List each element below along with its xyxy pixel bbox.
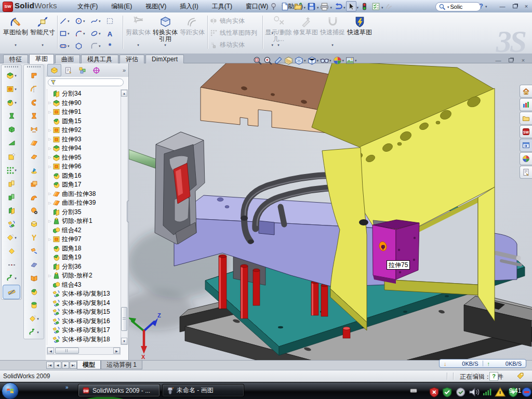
taskbar-task[interactable]: 未命名 - 画图 bbox=[162, 384, 244, 397]
sketch-tool-textA[interactable]: A bbox=[106, 30, 122, 37]
taskpane-view-palette[interactable] bbox=[520, 139, 532, 152]
zoom-to-fit-icon[interactable] bbox=[253, 56, 262, 65]
toolbar-button-diamondY[interactable] bbox=[2, 244, 21, 258]
tree-item[interactable]: ▷切除-放样2 bbox=[47, 271, 121, 281]
feature-manager-tab[interactable] bbox=[47, 64, 61, 76]
sheet-tab-运动算例 1[interactable]: 运动算例 1 bbox=[101, 361, 142, 369]
toolbar-button-fillet[interactable]: ▾ bbox=[2, 96, 21, 109]
sketch-tool-rect[interactable]: ▾ bbox=[59, 30, 75, 37]
toolbar-button-sheetO[interactable] bbox=[24, 150, 44, 163]
toolbar-button-openbox[interactable] bbox=[24, 217, 44, 231]
toolbar-button-measure[interactable] bbox=[3, 285, 20, 299]
sketch-tool-sfillet[interactable]: ▾ bbox=[90, 42, 106, 50]
scroll-up-icon[interactable]: ▲ bbox=[121, 90, 127, 97]
toolbar-button-wedge[interactable] bbox=[2, 136, 21, 150]
network-speed-widget[interactable]: ↓0KB/S ↑0KB/S bbox=[439, 359, 526, 368]
dropdown-arrow-icon[interactable]: ▾ bbox=[330, 2, 332, 11]
menu-item[interactable]: 插入(I) bbox=[173, 0, 205, 12]
sheet-tab-模型[interactable]: 模型 bbox=[77, 361, 101, 369]
tray-update[interactable] bbox=[455, 387, 466, 397]
toolbar-button-bowtie[interactable] bbox=[24, 123, 44, 136]
tree-item[interactable]: 实体-移动/复制14 bbox=[47, 299, 121, 308]
property-manager-tab[interactable] bbox=[61, 64, 75, 76]
taskpane-home[interactable] bbox=[520, 85, 532, 98]
tree-item[interactable]: 分割34 bbox=[47, 89, 121, 99]
tree-filter[interactable] bbox=[48, 78, 124, 86]
toolbar-button-diamondS[interactable]: ▾ bbox=[24, 312, 44, 325]
tab-评估[interactable]: 评估 bbox=[119, 55, 144, 64]
toolbar-button-wishbone[interactable] bbox=[24, 231, 44, 244]
toolbar-button-dashline[interactable] bbox=[2, 258, 21, 271]
tree-item[interactable]: ▷拉伸96 bbox=[47, 162, 121, 171]
close-button[interactable]: × bbox=[521, 3, 531, 10]
expand-arrow-icon[interactable]: ▷ bbox=[47, 147, 52, 151]
toolbar-button-sheetB[interactable] bbox=[24, 258, 44, 271]
tree-item[interactable]: 圆角16 bbox=[47, 171, 121, 181]
toolbar-button-dots[interactable]: ▾ bbox=[2, 163, 21, 177]
tree-item[interactable]: 分割35 bbox=[47, 208, 121, 217]
view-orientation-icon[interactable]: ▾ bbox=[308, 56, 319, 65]
tree-item[interactable]: 圆角19 bbox=[47, 253, 121, 262]
toolbar-button-cubeG[interactable] bbox=[2, 123, 21, 136]
apply-scene-icon[interactable]: ▾ bbox=[345, 56, 357, 65]
toolbar-button-elbowC[interactable] bbox=[24, 96, 44, 109]
tab-DimXpert[interactable]: DimXpert bbox=[145, 55, 184, 64]
expand-arrow-icon[interactable]: ▷ bbox=[47, 201, 52, 205]
expand-arrow-icon[interactable]: ▷ bbox=[47, 274, 52, 278]
sketch-tool-polygon[interactable] bbox=[75, 42, 90, 50]
toolbar-button-bookO[interactable] bbox=[24, 271, 44, 285]
dropdown-arrow-icon[interactable]: ▾ bbox=[317, 2, 319, 11]
tree-item[interactable]: ▷切除-放样1 bbox=[47, 217, 121, 226]
sketch-tool-slot[interactable]: ▾ bbox=[59, 42, 75, 50]
edit-appearance-icon[interactable]: ▾ bbox=[333, 56, 344, 65]
viewport-restore-button[interactable] bbox=[505, 57, 516, 64]
toolbar-button-surf[interactable] bbox=[24, 136, 44, 150]
expand-arrow-icon[interactable]: ▷ bbox=[47, 128, 52, 132]
taskpane-design-library[interactable] bbox=[520, 98, 532, 111]
toolbar-button-squiggle[interactable]: ▾ bbox=[2, 271, 21, 285]
toolbar-button-squiggle[interactable]: ▾ bbox=[24, 325, 44, 339]
tree-item[interactable]: ▷拉伸90 bbox=[47, 99, 121, 108]
sheet-nav-button[interactable]: |◀ bbox=[46, 362, 54, 369]
expand-arrow-icon[interactable]: ▷ bbox=[47, 137, 52, 141]
toolbar-button-boot[interactable] bbox=[2, 109, 21, 123]
hide-show-items-icon[interactable]: ▾ bbox=[320, 56, 331, 65]
sketch-tool-circle[interactable]: ▾ bbox=[75, 17, 90, 25]
expand-arrow-icon[interactable]: ▷ bbox=[47, 165, 52, 169]
ribbon-button-sketchpencil[interactable]: 草图绘制▾ bbox=[2, 14, 29, 52]
tray-antivirus[interactable] bbox=[442, 387, 453, 397]
dropdown-arrow-icon[interactable]: ▾ bbox=[304, 2, 306, 11]
new-document-icon[interactable] bbox=[280, 1, 290, 11]
toolbar-button-elbowO[interactable] bbox=[24, 190, 44, 204]
tree-horizontal-scrollbar[interactable]: ◀ ▶ bbox=[47, 347, 121, 355]
status-help-icon[interactable]: ? bbox=[489, 372, 498, 381]
sketch-tool-ellipse[interactable]: ▾ bbox=[90, 30, 106, 37]
expand-arrow-icon[interactable]: ▷ bbox=[47, 101, 52, 105]
pin-icon[interactable] bbox=[268, 1, 278, 11]
tree-item[interactable]: ▷曲面-拉伸38 bbox=[47, 190, 121, 199]
toolbar-button-movecopy[interactable] bbox=[2, 217, 21, 231]
quick-launch-overflow[interactable]: » bbox=[65, 384, 69, 390]
expand-arrow-icon[interactable]: ▷ bbox=[47, 110, 52, 114]
view-settings-icon[interactable] bbox=[284, 56, 293, 65]
sketch-tool-point[interactable]: * bbox=[106, 42, 122, 50]
tray-blocked[interactable] bbox=[521, 387, 532, 397]
scroll-down-icon[interactable]: ▼ bbox=[121, 338, 127, 344]
menu-item[interactable]: 工具(T) bbox=[205, 0, 239, 12]
toolbar-button-stackO[interactable] bbox=[24, 177, 44, 190]
tree-item[interactable]: 实体-移动/复制16 bbox=[47, 317, 121, 326]
undo-icon[interactable] bbox=[332, 1, 343, 11]
section-view-icon[interactable] bbox=[274, 56, 283, 65]
tree-item[interactable]: ▷拉伸92 bbox=[47, 126, 121, 135]
zoom-to-area-icon[interactable] bbox=[263, 56, 272, 65]
tree-item[interactable]: ▷拉伸91 bbox=[47, 108, 121, 117]
sheet-nav-button[interactable]: ▶| bbox=[70, 362, 77, 369]
taskpane-custom-properties[interactable] bbox=[520, 166, 532, 179]
options-icon[interactable] bbox=[370, 1, 381, 11]
display-style-icon[interactable]: ▾ bbox=[295, 56, 306, 65]
dropdown-arrow-icon[interactable]: ▾ bbox=[290, 2, 292, 11]
tree-item[interactable]: ▷拉伸95 bbox=[47, 153, 121, 163]
tree-item[interactable]: ▷拉伸94 bbox=[47, 144, 121, 153]
toolbar-button-boot2[interactable] bbox=[24, 109, 44, 123]
tree-item[interactable]: 组合42 bbox=[47, 226, 121, 235]
